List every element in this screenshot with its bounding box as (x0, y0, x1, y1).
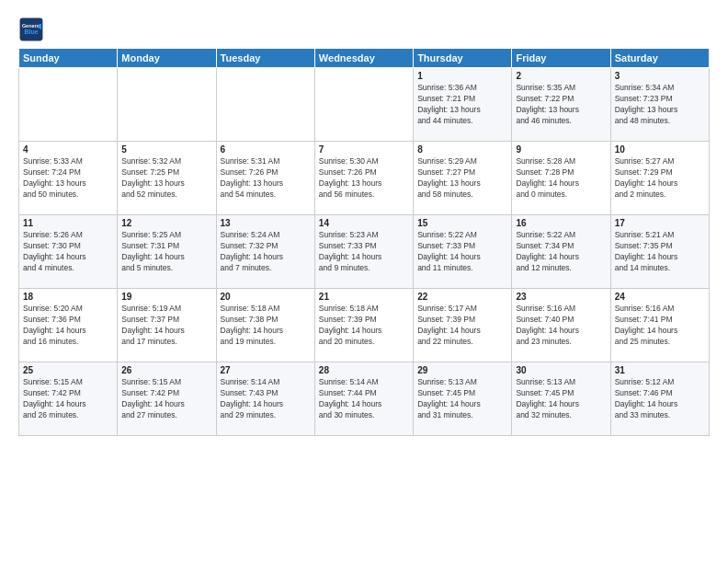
day-info: Sunrise: 5:15 AM Sunset: 7:42 PM Dayligh… (121, 377, 211, 421)
day-number: 1 (417, 71, 507, 81)
day-info: Sunrise: 5:36 AM Sunset: 7:21 PM Dayligh… (417, 83, 507, 127)
day-number: 30 (516, 365, 606, 375)
header: General Blue (18, 17, 710, 42)
day-number: 16 (516, 218, 606, 228)
cell-week3-day3: 13Sunrise: 5:24 AM Sunset: 7:32 PM Dayli… (216, 215, 314, 289)
day-info: Sunrise: 5:15 AM Sunset: 7:42 PM Dayligh… (23, 377, 113, 421)
header-row: SundayMondayTuesdayWednesdayThursdayFrid… (19, 49, 710, 68)
day-number: 26 (121, 365, 211, 375)
cell-week3-day5: 15Sunrise: 5:22 AM Sunset: 7:33 PM Dayli… (414, 215, 512, 289)
day-number: 31 (615, 365, 705, 375)
day-number: 9 (516, 144, 606, 155)
day-number: 5 (121, 144, 211, 155)
day-info: Sunrise: 5:13 AM Sunset: 7:45 PM Dayligh… (417, 377, 507, 421)
day-info: Sunrise: 5:16 AM Sunset: 7:40 PM Dayligh… (516, 304, 606, 348)
cell-week2-day1: 4Sunrise: 5:33 AM Sunset: 7:24 PM Daylig… (19, 142, 118, 215)
cell-week3-day4: 14Sunrise: 5:23 AM Sunset: 7:33 PM Dayli… (314, 215, 413, 289)
cell-week5-day4: 28Sunrise: 5:14 AM Sunset: 7:44 PM Dayli… (314, 362, 413, 436)
cell-week2-day2: 5Sunrise: 5:32 AM Sunset: 7:25 PM Daylig… (118, 142, 216, 215)
week-row-4: 18Sunrise: 5:20 AM Sunset: 7:36 PM Dayli… (19, 289, 710, 362)
day-number: 8 (417, 144, 507, 155)
cell-week5-day5: 29Sunrise: 5:13 AM Sunset: 7:45 PM Dayli… (414, 362, 512, 436)
day-number: 12 (121, 218, 211, 228)
day-info: Sunrise: 5:26 AM Sunset: 7:30 PM Dayligh… (23, 230, 113, 274)
cell-week4-day3: 20Sunrise: 5:18 AM Sunset: 7:38 PM Dayli… (216, 289, 314, 362)
logo-icon: General Blue (18, 17, 44, 42)
cell-week3-day2: 12Sunrise: 5:25 AM Sunset: 7:31 PM Dayli… (118, 215, 216, 289)
header-day-wednesday: Wednesday (314, 49, 413, 68)
day-number: 29 (417, 365, 507, 375)
day-info: Sunrise: 5:28 AM Sunset: 7:28 PM Dayligh… (516, 156, 606, 201)
cell-week3-day7: 17Sunrise: 5:21 AM Sunset: 7:35 PM Dayli… (610, 215, 709, 289)
day-number: 27 (221, 365, 311, 375)
day-info: Sunrise: 5:19 AM Sunset: 7:37 PM Dayligh… (121, 304, 211, 348)
header-day-monday: Monday (118, 49, 216, 68)
cell-week4-day1: 18Sunrise: 5:20 AM Sunset: 7:36 PM Dayli… (19, 289, 118, 362)
day-number: 21 (319, 292, 409, 302)
day-info: Sunrise: 5:24 AM Sunset: 7:32 PM Dayligh… (221, 230, 311, 274)
header-day-friday: Friday (512, 49, 610, 68)
cell-week2-day3: 6Sunrise: 5:31 AM Sunset: 7:26 PM Daylig… (216, 142, 314, 215)
day-info: Sunrise: 5:32 AM Sunset: 7:25 PM Dayligh… (121, 156, 211, 201)
cell-week3-day6: 16Sunrise: 5:22 AM Sunset: 7:34 PM Dayli… (512, 215, 610, 289)
day-number: 6 (221, 144, 311, 155)
day-info: Sunrise: 5:16 AM Sunset: 7:41 PM Dayligh… (615, 304, 705, 348)
calendar-body: 1Sunrise: 5:36 AM Sunset: 7:21 PM Daylig… (19, 68, 710, 436)
day-number: 11 (23, 218, 113, 228)
day-number: 22 (417, 292, 507, 302)
page: General Blue SundayMondayTuesdayWednesda… (0, 0, 728, 563)
calendar-header: SundayMondayTuesdayWednesdayThursdayFrid… (19, 49, 710, 68)
day-info: Sunrise: 5:34 AM Sunset: 7:23 PM Dayligh… (615, 83, 705, 127)
day-info: Sunrise: 5:21 AM Sunset: 7:35 PM Dayligh… (615, 230, 705, 274)
cell-week1-day7: 3Sunrise: 5:34 AM Sunset: 7:23 PM Daylig… (610, 68, 709, 142)
day-number: 25 (23, 365, 113, 375)
cell-week1-day2 (118, 68, 216, 142)
cell-week2-day5: 8Sunrise: 5:29 AM Sunset: 7:27 PM Daylig… (414, 142, 512, 215)
day-info: Sunrise: 5:13 AM Sunset: 7:45 PM Dayligh… (516, 377, 606, 421)
day-number: 4 (23, 144, 113, 155)
cell-week5-day2: 26Sunrise: 5:15 AM Sunset: 7:42 PM Dayli… (118, 362, 216, 436)
cell-week4-day4: 21Sunrise: 5:18 AM Sunset: 7:39 PM Dayli… (314, 289, 413, 362)
cell-week3-day1: 11Sunrise: 5:26 AM Sunset: 7:30 PM Dayli… (19, 215, 118, 289)
day-number: 19 (121, 292, 211, 302)
cell-week4-day6: 23Sunrise: 5:16 AM Sunset: 7:40 PM Dayli… (512, 289, 610, 362)
day-info: Sunrise: 5:22 AM Sunset: 7:34 PM Dayligh… (516, 230, 606, 274)
header-day-sunday: Sunday (19, 49, 118, 68)
day-info: Sunrise: 5:29 AM Sunset: 7:27 PM Dayligh… (417, 156, 507, 201)
day-info: Sunrise: 5:22 AM Sunset: 7:33 PM Dayligh… (417, 230, 507, 274)
day-number: 2 (516, 71, 606, 81)
day-number: 24 (615, 292, 705, 302)
cell-week5-day1: 25Sunrise: 5:15 AM Sunset: 7:42 PM Dayli… (19, 362, 118, 436)
day-info: Sunrise: 5:23 AM Sunset: 7:33 PM Dayligh… (319, 230, 409, 274)
day-number: 3 (615, 71, 705, 81)
cell-week5-day7: 31Sunrise: 5:12 AM Sunset: 7:46 PM Dayli… (610, 362, 709, 436)
cell-week4-day7: 24Sunrise: 5:16 AM Sunset: 7:41 PM Dayli… (610, 289, 709, 362)
day-info: Sunrise: 5:17 AM Sunset: 7:39 PM Dayligh… (417, 304, 507, 348)
day-info: Sunrise: 5:35 AM Sunset: 7:22 PM Dayligh… (516, 83, 606, 127)
day-info: Sunrise: 5:33 AM Sunset: 7:24 PM Dayligh… (23, 156, 113, 201)
week-row-5: 25Sunrise: 5:15 AM Sunset: 7:42 PM Dayli… (19, 362, 710, 436)
header-day-thursday: Thursday (414, 49, 512, 68)
day-number: 28 (319, 365, 409, 375)
cell-week1-day5: 1Sunrise: 5:36 AM Sunset: 7:21 PM Daylig… (414, 68, 512, 142)
day-number: 7 (319, 144, 409, 155)
day-number: 14 (319, 218, 409, 228)
cell-week4-day5: 22Sunrise: 5:17 AM Sunset: 7:39 PM Dayli… (414, 289, 512, 362)
cell-week5-day6: 30Sunrise: 5:13 AM Sunset: 7:45 PM Dayli… (512, 362, 610, 436)
cell-week4-day2: 19Sunrise: 5:19 AM Sunset: 7:37 PM Dayli… (118, 289, 216, 362)
day-info: Sunrise: 5:30 AM Sunset: 7:26 PM Dayligh… (319, 156, 409, 201)
cell-week2-day6: 9Sunrise: 5:28 AM Sunset: 7:28 PM Daylig… (512, 142, 610, 215)
header-day-saturday: Saturday (610, 49, 709, 68)
day-info: Sunrise: 5:25 AM Sunset: 7:31 PM Dayligh… (121, 230, 211, 274)
day-number: 18 (23, 292, 113, 302)
day-number: 23 (516, 292, 606, 302)
day-info: Sunrise: 5:14 AM Sunset: 7:44 PM Dayligh… (319, 377, 409, 421)
calendar-table: SundayMondayTuesdayWednesdayThursdayFrid… (18, 48, 710, 436)
day-info: Sunrise: 5:18 AM Sunset: 7:39 PM Dayligh… (319, 304, 409, 348)
cell-week1-day3 (216, 68, 314, 142)
cell-week1-day6: 2Sunrise: 5:35 AM Sunset: 7:22 PM Daylig… (512, 68, 610, 142)
day-number: 15 (417, 218, 507, 228)
cell-week2-day7: 10Sunrise: 5:27 AM Sunset: 7:29 PM Dayli… (610, 142, 709, 215)
cell-week2-day4: 7Sunrise: 5:30 AM Sunset: 7:26 PM Daylig… (314, 142, 413, 215)
week-row-1: 1Sunrise: 5:36 AM Sunset: 7:21 PM Daylig… (19, 68, 710, 142)
